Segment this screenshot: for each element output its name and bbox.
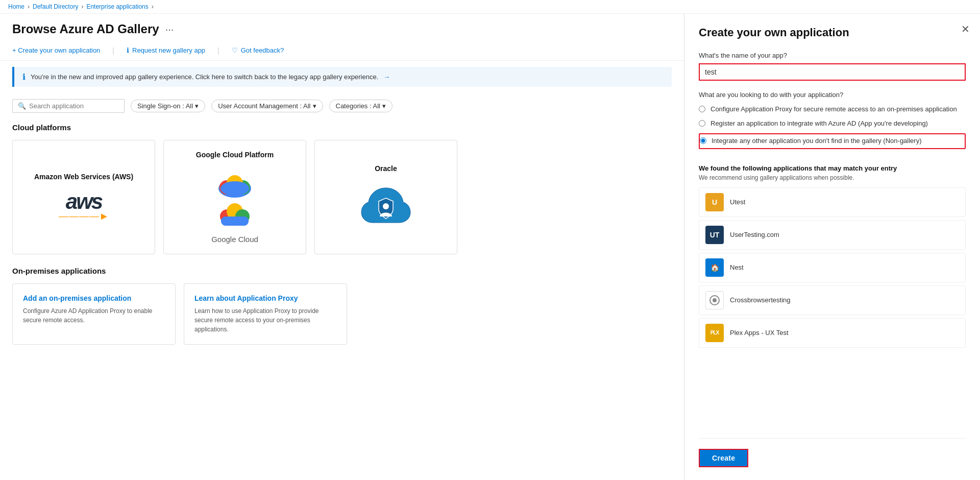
app-result-utest[interactable]: U Utest bbox=[699, 187, 966, 217]
breadcrumb: Home › Default Directory › Enterprise ap… bbox=[0, 0, 980, 14]
feedback-button[interactable]: ♡ Got feedback? bbox=[232, 44, 284, 56]
crossbrowser-icon bbox=[705, 291, 724, 309]
nest-icon: 🏠 bbox=[705, 258, 724, 277]
learn-proxy-title[interactable]: Learn about Application Proxy bbox=[194, 294, 336, 302]
onprem-grid: Add an on-premises application Configure… bbox=[0, 279, 684, 353]
svg-point-4 bbox=[220, 181, 249, 196]
found-apps-title: We found the following applications that… bbox=[699, 164, 966, 172]
aws-logo: aws ⸻⸻⸻⸻► bbox=[58, 191, 109, 222]
plex-name: Plex Apps - UX Test bbox=[730, 329, 789, 337]
more-options-icon[interactable]: ··· bbox=[165, 23, 174, 35]
close-panel-button[interactable]: ✕ bbox=[961, 24, 970, 34]
oracle-logo bbox=[360, 183, 411, 230]
create-own-app-button[interactable]: + Create your own application bbox=[12, 44, 100, 56]
usertesting-icon: UT bbox=[705, 226, 724, 244]
page-title: Browse Azure AD Gallery bbox=[12, 22, 159, 36]
page-header: Browse Azure AD Gallery ··· bbox=[0, 14, 684, 40]
uam-filter-chip[interactable]: User Account Management : All ▾ bbox=[211, 100, 323, 112]
create-button[interactable]: Create bbox=[699, 449, 748, 467]
breadcrumb-home[interactable]: Home bbox=[8, 3, 24, 10]
learn-proxy-desc: Learn how to use Application Proxy to pr… bbox=[194, 306, 336, 334]
info-icon: ℹ bbox=[22, 72, 26, 82]
svg-point-11 bbox=[383, 203, 389, 209]
radio-option-3[interactable]: Integrate any other application you don'… bbox=[699, 133, 966, 149]
utest-icon: U bbox=[705, 193, 724, 211]
svg-point-10 bbox=[239, 217, 249, 226]
cloud-section-heading: Cloud platforms bbox=[0, 119, 684, 136]
app-result-usertesting[interactable]: UT UserTesting.com bbox=[699, 220, 966, 250]
radio-option-3-label[interactable]: Integrate any other application you don'… bbox=[712, 136, 922, 146]
app-result-crossbrowser[interactable]: Crossbrowsertesting bbox=[699, 285, 966, 315]
app-result-nest[interactable]: 🏠 Nest bbox=[699, 253, 966, 282]
app-name-label: What's the name of your app? bbox=[699, 52, 966, 59]
panel-question: What are you looking to do with your app… bbox=[699, 91, 966, 99]
info-banner: ℹ You're in the new and improved app gal… bbox=[12, 67, 672, 87]
crossbrowser-name: Crossbrowsertesting bbox=[730, 296, 791, 304]
found-apps-subtitle: We recommend using gallery applications … bbox=[699, 174, 966, 181]
radio-option-2[interactable]: Register an application to integrate wit… bbox=[699, 119, 966, 128]
right-panel: ✕ Create your own application What's the… bbox=[684, 14, 980, 479]
onprem-app-desc: Configure Azure AD Application Proxy to … bbox=[23, 306, 165, 325]
oracle-card[interactable]: Oracle bbox=[314, 140, 457, 254]
heart-icon: ♡ bbox=[232, 46, 238, 54]
aws-card-title: Amazon Web Services (AWS) bbox=[34, 173, 133, 181]
breadcrumb-directory[interactable]: Default Directory bbox=[33, 3, 78, 10]
onprem-app-title[interactable]: Add an on-premises application bbox=[23, 294, 165, 302]
usertesting-name: UserTesting.com bbox=[730, 231, 779, 238]
gcp-card[interactable]: Google Cloud Platform bbox=[163, 140, 306, 254]
app-result-plex[interactable]: PLX Plex Apps - UX Test bbox=[699, 318, 966, 348]
radio-option-1[interactable]: Configure Application Proxy for secure r… bbox=[699, 105, 966, 114]
panel-title: Create your own application bbox=[699, 26, 966, 39]
chevron-down-icon: ▾ bbox=[195, 102, 199, 110]
gcp-card-title: Google Cloud Platform bbox=[196, 151, 274, 159]
filter-bar: 🔍 Single Sign-on : All ▾ User Account Ma… bbox=[0, 93, 684, 119]
onprem-app-card[interactable]: Add an on-premises application Configure… bbox=[12, 283, 176, 345]
action-bar: + Create your own application | ℹ Reques… bbox=[0, 40, 684, 61]
aws-card[interactable]: Amazon Web Services (AWS) aws ⸻⸻⸻⸻► bbox=[12, 140, 155, 254]
nest-name: Nest bbox=[730, 263, 744, 271]
info-banner-text: You're in the new and improved app galle… bbox=[31, 73, 378, 81]
radio-option-2-input[interactable] bbox=[699, 120, 705, 127]
app-name-input[interactable] bbox=[699, 63, 966, 81]
chevron-down-icon: ▾ bbox=[313, 102, 316, 110]
learn-proxy-card[interactable]: Learn about Application Proxy Learn how … bbox=[184, 283, 347, 345]
main-content: Browse Azure AD Gallery ··· + Create you… bbox=[0, 14, 684, 479]
svg-point-9 bbox=[221, 217, 230, 226]
legacy-link[interactable]: → bbox=[383, 73, 390, 81]
search-icon: 🔍 bbox=[18, 102, 26, 110]
sso-filter-chip[interactable]: Single Sign-on : All ▾ bbox=[131, 100, 205, 112]
cloud-platforms-grid: Amazon Web Services (AWS) aws ⸻⸻⸻⸻► Goog… bbox=[0, 136, 684, 262]
radio-option-3-input[interactable] bbox=[700, 137, 706, 144]
radio-option-2-label[interactable]: Register an application to integrate wit… bbox=[710, 119, 928, 128]
found-apps-section: We found the following applications that… bbox=[699, 164, 966, 351]
chevron-down-icon: ▾ bbox=[382, 102, 386, 110]
categories-filter-chip[interactable]: Categories : All ▾ bbox=[329, 100, 393, 112]
onprem-section-heading: On-premises applications bbox=[0, 262, 684, 279]
gcp-text: Google Cloud bbox=[211, 235, 258, 244]
svg-point-13 bbox=[713, 298, 717, 302]
utest-name: Utest bbox=[730, 198, 745, 206]
search-box: 🔍 bbox=[12, 99, 125, 113]
breadcrumb-enterprise[interactable]: Enterprise applications bbox=[86, 3, 148, 10]
oracle-card-title: Oracle bbox=[375, 164, 397, 173]
search-input[interactable] bbox=[29, 102, 119, 110]
info-circle-icon: ℹ bbox=[127, 46, 129, 54]
plex-icon: PLX bbox=[705, 324, 724, 342]
radio-option-1-label[interactable]: Configure Application Proxy for secure r… bbox=[710, 105, 957, 114]
panel-footer: Create bbox=[699, 438, 966, 467]
radio-option-1-input[interactable] bbox=[699, 106, 705, 112]
gcp-logo: Google Cloud bbox=[211, 169, 258, 244]
request-gallery-button[interactable]: ℹ Request new gallery app bbox=[127, 44, 205, 56]
